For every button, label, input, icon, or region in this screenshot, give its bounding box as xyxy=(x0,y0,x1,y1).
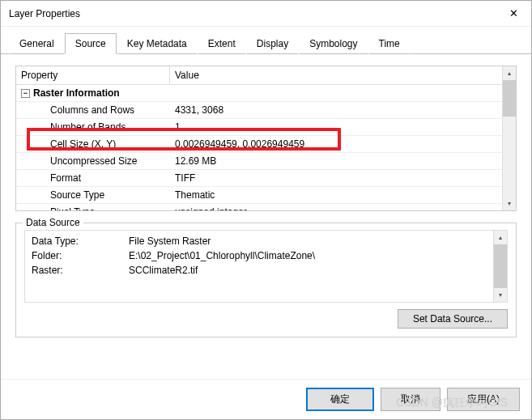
data-source-box: Data Type:File System Raster Folder:E:\0… xyxy=(24,230,508,303)
header-property[interactable]: Property xyxy=(16,66,170,84)
table-row[interactable]: Uncompressed Size12.69 MB xyxy=(16,153,502,170)
scroll-up-icon[interactable]: ▴ xyxy=(494,231,507,244)
window-title: Layer Properties xyxy=(9,8,496,19)
data-source-group: Data Source Data Type:File System Raster… xyxy=(15,223,517,337)
property-grid: Property Value − Raster Information Colu… xyxy=(15,66,517,211)
scroll-up-icon[interactable]: ▴ xyxy=(503,66,516,80)
ok-button[interactable]: 确定 xyxy=(306,388,374,411)
scroll-thumb[interactable] xyxy=(503,80,516,117)
tab-display[interactable]: Display xyxy=(246,33,299,54)
tab-strip: General Source Key Metadata Extent Displ… xyxy=(1,27,531,54)
layer-properties-window: Layer Properties ✕ General Source Key Me… xyxy=(0,0,532,420)
tab-source[interactable]: Source xyxy=(65,33,117,54)
list-item: Raster:SCClimateR2.tif xyxy=(32,263,487,278)
cancel-button[interactable]: 取消 xyxy=(381,388,440,411)
scroll-down-icon[interactable]: ▾ xyxy=(503,197,516,210)
table-row[interactable]: FormatTIFF xyxy=(16,170,502,187)
group-row[interactable]: − Raster Information xyxy=(16,85,502,102)
grid-scrollbar[interactable]: ▴ ▾ xyxy=(502,66,516,210)
set-data-source-button[interactable]: Set Data Source... xyxy=(398,309,508,329)
list-item: Data Type:File System Raster xyxy=(32,234,487,248)
table-row[interactable]: Cell Size (X, Y)0.0026949459, 0.00269494… xyxy=(16,136,502,153)
tab-symbology[interactable]: Symbology xyxy=(299,33,368,54)
data-source-label: Data Source xyxy=(23,217,83,228)
tab-extent[interactable]: Extent xyxy=(198,33,246,54)
tab-time[interactable]: Time xyxy=(368,33,411,54)
list-item: Folder:E:\02_Project\01_Chlorophyll\Clim… xyxy=(32,248,487,263)
ds-scrollbar[interactable]: ▴ ▾ xyxy=(493,231,507,302)
tab-key-metadata[interactable]: Key Metadata xyxy=(117,33,198,54)
table-row[interactable]: Number of Bands1 xyxy=(16,119,502,136)
minus-icon[interactable]: − xyxy=(21,89,30,98)
apply-button[interactable]: 应用(A) xyxy=(447,388,520,411)
group-label: Raster Information xyxy=(33,87,120,99)
table-row[interactable]: Pixel Typeunsigned integer xyxy=(16,204,502,210)
titlebar: Layer Properties ✕ xyxy=(1,1,531,27)
header-value[interactable]: Value xyxy=(170,66,502,84)
tab-content: Property Value − Raster Information Colu… xyxy=(1,53,531,379)
table-row[interactable]: Source TypeThematic xyxy=(16,187,502,204)
grid-header: Property Value xyxy=(16,66,502,85)
dialog-footer: 确定 取消 应用(A) xyxy=(1,379,531,419)
scroll-down-icon[interactable]: ▾ xyxy=(494,288,507,302)
table-row[interactable]: Columns and Rows4331, 3068 xyxy=(16,102,502,119)
close-icon: ✕ xyxy=(509,7,518,19)
tab-general[interactable]: General xyxy=(9,33,65,54)
close-button[interactable]: ✕ xyxy=(496,1,531,26)
